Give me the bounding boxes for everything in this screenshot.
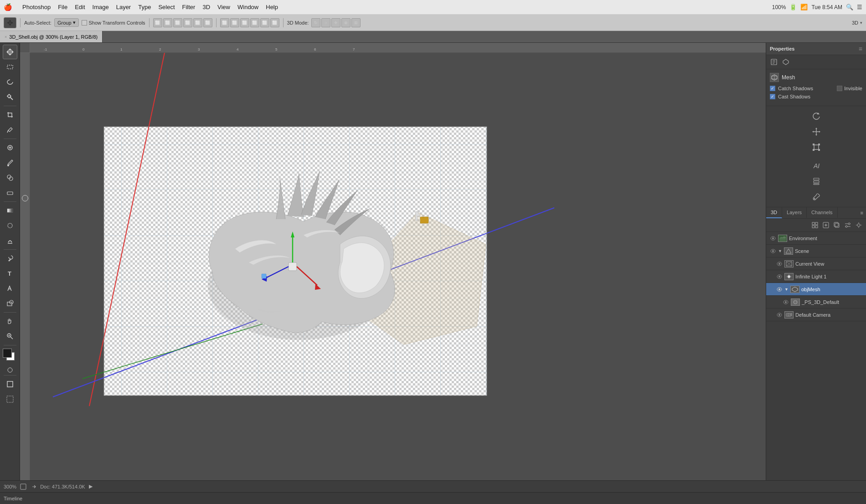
move-tool-btn[interactable]: [3, 45, 17, 59]
eyedropper-tool-btn[interactable]: [3, 123, 17, 137]
menu-help[interactable]: Help: [262, 3, 282, 11]
quick-mask-icon[interactable]: [6, 366, 14, 374]
rectangle-select-tool-btn[interactable]: [3, 60, 17, 74]
layer-item-objmesh[interactable]: ▼ objMesh: [766, 283, 866, 296]
menu-window[interactable]: Window: [234, 3, 262, 11]
menu-3d[interactable]: 3D: [199, 3, 214, 11]
layer-vis-default-camera[interactable]: [776, 312, 783, 318]
apple-logo-icon[interactable]: 🍎: [4, 3, 12, 11]
crop-tool-btn[interactable]: [3, 108, 17, 122]
pen-tool-btn[interactable]: [3, 251, 17, 266]
pan-icon[interactable]: [810, 125, 823, 138]
align-top-icon[interactable]: ⬜: [183, 18, 192, 27]
distribute-center-h-icon[interactable]: ⬜: [240, 18, 249, 27]
canvas-area[interactable]: -1 0 1 2 3 4 5 6 7 0 1 2 3 4: [20, 43, 766, 492]
objmesh-expand-arrow[interactable]: ▼: [784, 287, 789, 292]
wrench-icon[interactable]: [810, 190, 823, 203]
color-swatches[interactable]: [2, 349, 18, 363]
magic-wand-tool-btn[interactable]: [3, 90, 17, 104]
3d-rotate-icon[interactable]: ↻: [311, 18, 320, 27]
settings-icon[interactable]: [810, 175, 823, 188]
zoom-tool-btn[interactable]: [3, 329, 17, 344]
layer-item-scene[interactable]: ▼ Scene: [766, 245, 866, 257]
move-tool-icon[interactable]: [4, 17, 16, 28]
share-indicator[interactable]: [30, 483, 36, 490]
layer-item-ps3d-default[interactable]: _PS_3D_Default: [766, 296, 866, 309]
layer-light-icon[interactable]: [854, 221, 863, 230]
3d-slide-icon[interactable]: ⊕: [341, 18, 351, 27]
screen-mode-btn[interactable]: [3, 377, 17, 391]
distribute-h-icon[interactable]: ⬜: [220, 18, 229, 27]
layer-vis-environment[interactable]: [770, 235, 776, 242]
type-tool-btn[interactable]: T: [3, 266, 17, 281]
menu-view[interactable]: View: [214, 3, 234, 11]
menu-select[interactable]: Select: [155, 3, 178, 11]
menu-edit[interactable]: Edit: [71, 3, 88, 11]
blur-tool-btn[interactable]: [3, 218, 17, 233]
hand-tool-btn[interactable]: [3, 314, 17, 329]
menu-photoshop[interactable]: Photoshop: [19, 3, 54, 11]
layer-item-infinite-light[interactable]: Infinite Light 1: [766, 270, 866, 283]
foreground-color-swatch[interactable]: [3, 349, 12, 358]
layer-vis-ps3d-default[interactable]: [783, 299, 789, 305]
canvas-viewport[interactable]: [30, 53, 766, 492]
tab-close-btn[interactable]: ×: [5, 35, 7, 39]
healing-tool-btn[interactable]: [3, 140, 17, 155]
invisible-checkbox[interactable]: [837, 86, 842, 91]
align-bottom-icon[interactable]: ⬜: [203, 18, 212, 27]
document-tab[interactable]: × 3D_Shell.obj @ 300% (Layer 1, RGB/8): [0, 31, 103, 42]
layer-vis-current-view[interactable]: [776, 261, 783, 267]
shape-tool-btn[interactable]: [3, 296, 17, 311]
mode-dropdown-arrow[interactable]: ▾: [860, 21, 862, 25]
menu-filter[interactable]: Filter: [179, 3, 199, 11]
layer-copy-icon[interactable]: [832, 221, 841, 230]
menu-layer[interactable]: Layer: [113, 3, 135, 11]
lasso-tool-btn[interactable]: [3, 75, 17, 89]
auto-select-dropdown[interactable]: Group ▾: [54, 18, 79, 27]
align-center-v-icon[interactable]: ⬜: [193, 18, 202, 27]
rotate-icon[interactable]: [810, 110, 823, 123]
layer-vis-infinite-light[interactable]: [776, 273, 783, 280]
tab-3d[interactable]: 3D: [766, 207, 782, 218]
canvas-size-indicator[interactable]: [20, 483, 26, 490]
tab-layers[interactable]: Layers: [782, 207, 807, 218]
doc-info-arrow[interactable]: ▶: [89, 483, 93, 489]
distribute-center-v-icon[interactable]: ⬜: [250, 18, 259, 27]
layer-arrange-icon[interactable]: [810, 221, 820, 230]
properties-mesh-icon[interactable]: [781, 57, 791, 67]
eraser-tool-btn[interactable]: [3, 185, 17, 200]
artboard-btn[interactable]: [3, 392, 17, 406]
layer-vis-scene[interactable]: [770, 248, 776, 254]
tab-channels[interactable]: Channels: [807, 207, 837, 218]
type-icon[interactable]: AI: [810, 159, 823, 172]
scene-expand-arrow[interactable]: ▼: [778, 249, 782, 253]
dodge-tool-btn[interactable]: [3, 233, 17, 248]
menu-file[interactable]: File: [54, 3, 71, 11]
properties-expand-icon[interactable]: ≡: [859, 45, 862, 52]
gradient-tool-btn[interactable]: [3, 203, 17, 218]
menu-type[interactable]: Type: [134, 3, 155, 11]
cast-shadows-checkbox[interactable]: [770, 94, 775, 99]
layer-item-default-camera[interactable]: Default Camera: [766, 309, 866, 321]
layer-vis-objmesh[interactable]: [776, 286, 783, 293]
3d-roll-icon[interactable]: ○: [321, 18, 330, 27]
panel-menu-icon[interactable]: ≡: [861, 210, 863, 216]
menu-image[interactable]: Image: [89, 3, 113, 11]
brush-tool-btn[interactable]: [3, 155, 17, 170]
path-select-tool-btn[interactable]: [3, 281, 17, 296]
align-left-icon[interactable]: ⬜: [153, 18, 162, 27]
menu-extra-icon[interactable]: ☰: [857, 4, 862, 10]
align-right-icon[interactable]: ⬜: [173, 18, 182, 27]
align-center-h-icon[interactable]: ⬜: [163, 18, 172, 27]
layer-filter-icon[interactable]: [843, 221, 852, 230]
search-icon[interactable]: 🔍: [846, 4, 853, 10]
layers-list[interactable]: Environment ▼ Scene: [766, 232, 866, 492]
distribute-v-icon[interactable]: ⬜: [230, 18, 239, 27]
distribute-bottom-icon[interactable]: ⬜: [270, 18, 279, 27]
catch-shadows-checkbox[interactable]: [770, 86, 775, 91]
layer-item-current-view[interactable]: Current View: [766, 257, 866, 270]
layer-add-icon[interactable]: [821, 221, 830, 230]
properties-filter-icon[interactable]: [769, 57, 779, 67]
show-transform-checkbox[interactable]: [82, 20, 87, 26]
3d-pan-icon[interactable]: ✛: [331, 18, 340, 27]
